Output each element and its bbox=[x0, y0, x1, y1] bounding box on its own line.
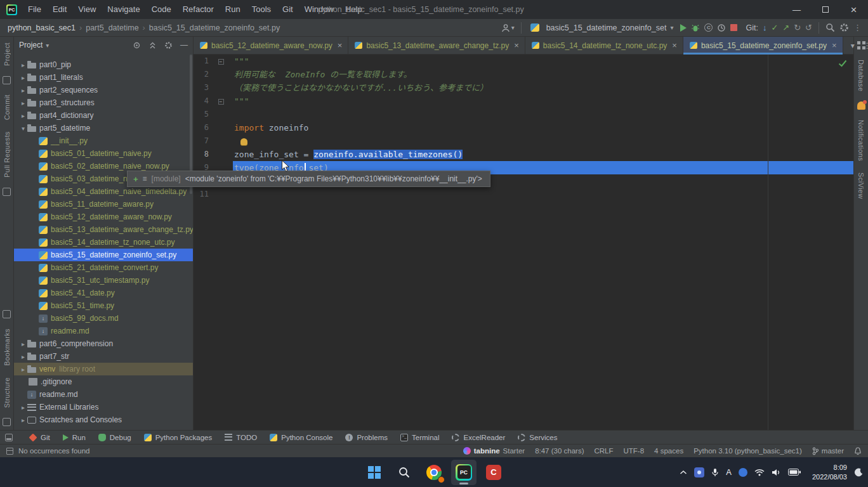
tree-chevron-icon[interactable]: ▸ bbox=[19, 417, 27, 424]
toolwindow-button-python-console[interactable]: Python Console bbox=[263, 431, 339, 444]
tree-item-part3-structures[interactable]: ▸part3_structures bbox=[14, 96, 193, 109]
toolwindow-icon[interactable] bbox=[3, 188, 11, 196]
menu-code[interactable]: Code bbox=[146, 4, 177, 14]
code-line-5[interactable]: 5 bbox=[194, 108, 853, 121]
tree-item-readme-md[interactable]: readme.md bbox=[14, 325, 193, 337]
menu-refactor[interactable]: Refactor bbox=[177, 4, 220, 14]
menu-run[interactable]: Run bbox=[220, 4, 246, 14]
toolwindow-layout-icon[interactable] bbox=[5, 434, 13, 441]
status-panel-icon[interactable] bbox=[6, 448, 13, 455]
pycharm-app-button[interactable] bbox=[451, 460, 477, 485]
toolwindow-stripe-pull-requests[interactable]: Pull Requests bbox=[3, 131, 11, 178]
code-line-6[interactable]: 6import zoneinfo bbox=[194, 121, 853, 134]
red-c-app-button[interactable]: C bbox=[481, 460, 506, 485]
toolwindow-button-todo[interactable]: TODO bbox=[218, 431, 263, 444]
taskbar-search-button[interactable] bbox=[391, 460, 417, 485]
toolwindow-stripe-bookmarks[interactable]: Bookmarks bbox=[3, 328, 11, 366]
battery-icon[interactable] bbox=[788, 469, 801, 476]
git-branch-widget[interactable]: master bbox=[812, 447, 844, 455]
menu-view[interactable]: View bbox=[72, 4, 102, 14]
toolwindow-button-git[interactable]: Git bbox=[23, 431, 56, 444]
tab-close-icon[interactable]: × bbox=[514, 41, 519, 50]
tree-chevron-icon[interactable]: ▸ bbox=[19, 100, 27, 107]
tree-item-external-libraries[interactable]: ▸External Libraries bbox=[14, 401, 193, 413]
toolwindow-button-excelreader[interactable]: ExcelReader bbox=[445, 431, 511, 444]
file-encoding[interactable]: UTF-8 bbox=[624, 447, 645, 455]
tree-chevron-icon[interactable]: ▸ bbox=[19, 353, 27, 360]
fold-box[interactable]: − bbox=[218, 99, 224, 105]
indent-setting[interactable]: 4 spaces bbox=[654, 447, 683, 455]
toolwindow-stripe-structure[interactable]: Structure bbox=[3, 377, 11, 408]
volume-icon[interactable] bbox=[772, 469, 781, 476]
tree-item-part6-comprehension[interactable]: ▸part6_comprehension bbox=[14, 337, 193, 350]
tree-item-basic5-31-utc-timestamp-py[interactable]: basic5_31_utc_timestamp.py bbox=[14, 274, 193, 287]
tree-item-basic5-01-datetime-naive-py[interactable]: basic5_01_datetime_naive.py bbox=[14, 147, 193, 160]
tree-item-part7-str[interactable]: ▸part7_str bbox=[14, 350, 193, 363]
breadcrumb-basic5-15-datetime-zoneinfo-set-py[interactable]: basic5_15_datetime_zoneinfo_set.py bbox=[148, 23, 281, 32]
tree-item-part0-pip[interactable]: ▸part0_pip bbox=[14, 58, 193, 71]
chrome-app-button[interactable] bbox=[421, 460, 447, 485]
git-rollback-icon[interactable]: ↺ bbox=[805, 23, 812, 32]
minimize-button[interactable]: — bbox=[782, 0, 811, 19]
fold-marker-icon[interactable]: − bbox=[209, 94, 233, 108]
editor-tab-basic5-13-datetime-aware-change-tz-py[interactable]: basic5_13_datetime_aware_change_tz.py× bbox=[348, 37, 525, 54]
notification-bell-icon[interactable] bbox=[857, 101, 865, 110]
ime-indicator[interactable]: A bbox=[726, 467, 732, 477]
interpreter-setting[interactable]: Python 3.10 (python_basic_sec1) bbox=[694, 447, 802, 455]
tree-item-basic5-15-datetime-zoneinfo-set-py[interactable]: basic5_15_datetime_zoneinfo_set.py bbox=[14, 249, 193, 261]
taskbar-clock[interactable]: 8:09 2022/08/03 bbox=[812, 463, 847, 481]
toolwindow-stripe-sciview[interactable]: SciView bbox=[857, 172, 865, 199]
tree-item-gitignore[interactable]: .gitignore bbox=[14, 375, 193, 388]
menu-tools[interactable]: Tools bbox=[246, 4, 277, 14]
tray-chevron-up-icon[interactable] bbox=[680, 470, 687, 475]
code-line-3[interactable]: 3（実務で使うことはなかなかないですが...いちおう、参考までに） bbox=[194, 81, 853, 94]
debug-bug-icon[interactable] bbox=[691, 23, 700, 32]
tree-chevron-icon[interactable]: ▸ bbox=[19, 62, 27, 68]
toolwindow-stripe-notifications[interactable]: Notifications bbox=[857, 120, 865, 161]
project-panel-title[interactable]: Project bbox=[19, 41, 43, 49]
tree-item-part2-sequences[interactable]: ▸part2_sequences bbox=[14, 84, 193, 96]
toolwindow-stripe-commit[interactable]: Commit bbox=[3, 94, 11, 120]
tree-item-readme-md[interactable]: readme.md bbox=[14, 388, 193, 401]
line-separator[interactable]: CRLF bbox=[594, 447, 613, 455]
tree-chevron-icon[interactable]: ▸ bbox=[19, 341, 27, 347]
toolwindow-button-terminal[interactable]: Terminal bbox=[394, 431, 445, 444]
commit-toolwindow-icon[interactable] bbox=[3, 76, 11, 84]
panel-settings-gear-icon[interactable] bbox=[164, 41, 173, 49]
coverage-button[interactable]: C bbox=[704, 23, 713, 32]
toolwindow-stripe-database[interactable]: Database bbox=[857, 60, 865, 91]
toolwindow-stripe-project[interactable]: Project bbox=[3, 42, 11, 66]
toolwindow-button-run[interactable]: Run bbox=[56, 431, 92, 444]
caret-position[interactable]: 8:47 (30 chars) bbox=[535, 447, 584, 455]
tree-item-venv[interactable]: ▸venvlibrary root bbox=[14, 363, 193, 375]
hide-panel-icon[interactable]: — bbox=[180, 41, 188, 49]
git-update-icon[interactable]: ↓ bbox=[763, 23, 767, 32]
add-icon[interactable]: + bbox=[133, 174, 138, 184]
tab-close-icon[interactable]: × bbox=[672, 41, 677, 50]
close-button[interactable]: × bbox=[839, 0, 868, 19]
tree-item-part1-literals[interactable]: ▸part1_literals bbox=[14, 71, 193, 84]
toolwindow-button-debug[interactable]: Debug bbox=[92, 431, 138, 444]
tree-chevron-icon[interactable]: ▸ bbox=[19, 87, 27, 94]
menu-git[interactable]: Git bbox=[277, 4, 299, 14]
tree-item-basic5-12-datetime-aware-now-py[interactable]: basic5_12_datetime_aware_now.py bbox=[14, 211, 193, 223]
tree-item-basic5-99-docs-md[interactable]: basic5_99_docs.md bbox=[14, 312, 193, 325]
tab-close-icon[interactable]: × bbox=[338, 41, 343, 50]
tree-item-basic5-41-date-py[interactable]: basic5_41_date.py bbox=[14, 287, 193, 299]
locate-file-icon[interactable] bbox=[133, 41, 141, 49]
code-line-4[interactable]: 4−""" bbox=[194, 94, 853, 108]
tree-item-basic5-14-datetime-tz-none-utc-py[interactable]: basic5_14_datetime_tz_none_utc.py bbox=[14, 236, 193, 249]
run-button[interactable] bbox=[680, 24, 687, 32]
code-line-1[interactable]: 1−""" bbox=[194, 55, 853, 68]
tab-close-icon[interactable]: × bbox=[832, 41, 837, 50]
fold-box[interactable]: − bbox=[218, 59, 224, 65]
code-line-2[interactable]: 2利用可能な ZoneInfo の一覧を取得します。 bbox=[194, 68, 853, 81]
menu-navigate[interactable]: Navigate bbox=[102, 4, 145, 14]
fold-marker-icon[interactable]: − bbox=[209, 55, 233, 68]
notifications-icon[interactable] bbox=[854, 447, 862, 455]
tree-item-part5-datetime[interactable]: ▾part5_datetime bbox=[14, 122, 193, 134]
tree-item-part4-dictionary[interactable]: ▸part4_dictionary bbox=[14, 109, 193, 122]
tree-chevron-icon[interactable]: ▸ bbox=[19, 74, 27, 81]
profiler-button[interactable] bbox=[717, 23, 726, 32]
tree-item-basic5-13-datetime-aware-change-tz-py[interactable]: basic5_13_datetime_aware_change_tz.py bbox=[14, 223, 193, 236]
